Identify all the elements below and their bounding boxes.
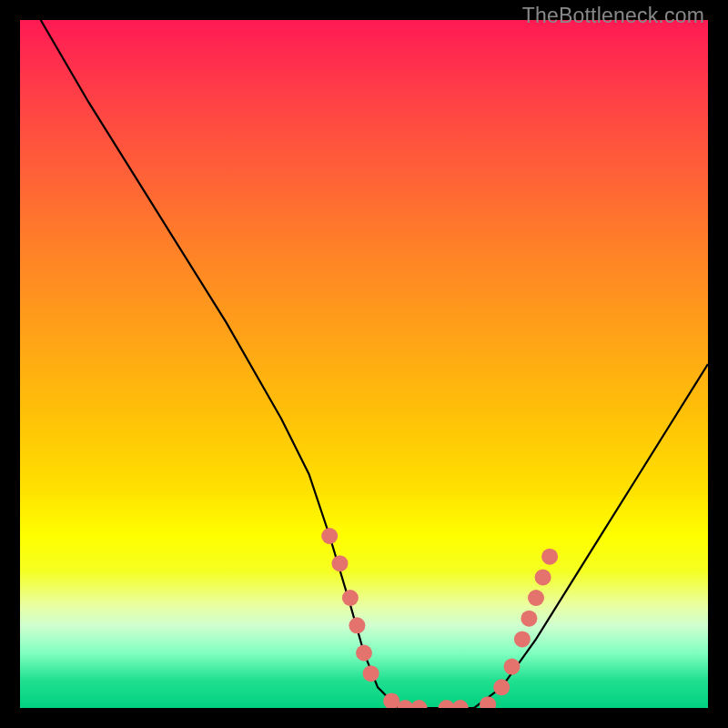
marker-dot [514, 631, 531, 647]
marker-dot [480, 696, 496, 708]
marker-dot [493, 679, 510, 695]
marker-dot [521, 611, 537, 627]
chart-container: TheBottleneck.com [0, 0, 728, 728]
curve-svg [20, 20, 708, 708]
marker-dot [332, 555, 349, 571]
marker-dot [504, 659, 521, 675]
plot-area [20, 20, 708, 708]
bottleneck-curve [41, 20, 708, 708]
marker-dot [349, 617, 365, 633]
marker-dot [452, 700, 469, 708]
marker-dot [321, 528, 338, 544]
marker-dot [541, 549, 558, 565]
watermark-text: TheBottleneck.com [522, 4, 704, 28]
curve-line [41, 20, 708, 708]
marker-dot [535, 569, 551, 585]
highlighted-points [321, 528, 558, 708]
marker-dot [356, 645, 372, 662]
marker-dot [342, 590, 359, 606]
marker-dot [363, 665, 379, 682]
marker-dot [411, 700, 428, 708]
marker-dot [528, 590, 544, 606]
